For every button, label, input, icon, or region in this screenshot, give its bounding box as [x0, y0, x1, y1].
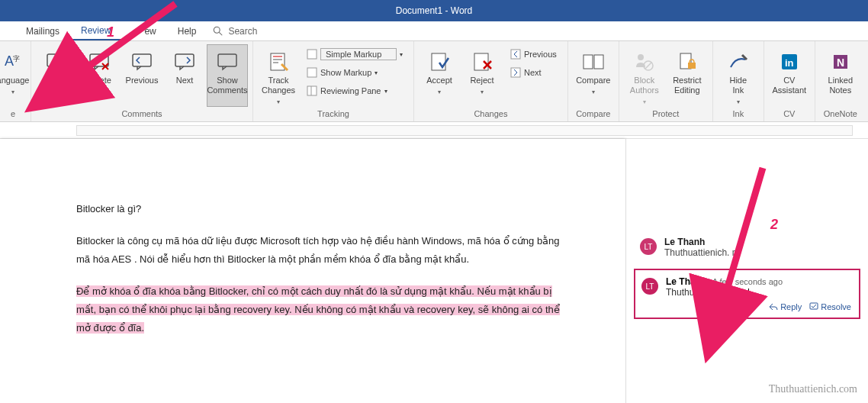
comment-card-2[interactable]: LT Le Thanh A few seconds ago Thuthuatti…	[634, 269, 860, 319]
comment-avatar: LT	[641, 278, 658, 295]
tab-mailings[interactable]: Mailings	[15, 21, 70, 40]
svg-rect-8	[133, 54, 151, 66]
document-page[interactable]: Bitlocker là gì? Bitlocker là công cụ mã…	[0, 139, 625, 403]
dropdown-icon	[307, 49, 317, 60]
group-label-comments: Comments	[36, 108, 248, 120]
comments-pane: LT Le Thanh Thuthuattienich. m LT Le Tha…	[625, 139, 868, 403]
document-area: Bitlocker là gì? Bitlocker là công cụ mã…	[0, 139, 868, 403]
svg-rect-17	[307, 86, 317, 95]
svg-rect-5	[90, 54, 108, 66]
comment-avatar: LT	[640, 238, 657, 255]
reply-button[interactable]: Reply	[769, 302, 802, 311]
changes-previous-button[interactable]: Previous	[506, 46, 561, 63]
group-label-protect: Protect	[624, 108, 708, 120]
accept-button[interactable]: Accept	[419, 44, 460, 107]
comment-author: Le Thanh	[664, 237, 705, 247]
svg-rect-31	[688, 63, 696, 69]
globe-icon: A字	[5, 53, 21, 70]
tab-help[interactable]: Help	[167, 21, 207, 40]
svg-rect-11	[271, 53, 285, 70]
delete-comment-button[interactable]: Delete	[79, 44, 120, 107]
group-comments: New Comment Delete Previous Next Show Co…	[31, 41, 253, 121]
linkedin-icon: in	[780, 53, 799, 71]
block-authors-button[interactable]: Block Authors	[624, 44, 665, 107]
group-cv: in CV Assistant CV	[764, 41, 815, 121]
prev-icon	[510, 49, 521, 60]
language-button[interactable]: A字 anguage	[0, 44, 26, 107]
search-box[interactable]: Search	[213, 21, 257, 40]
group-label-language: e	[0, 108, 26, 120]
ink-icon	[728, 52, 748, 72]
search-icon	[213, 26, 223, 37]
svg-rect-26	[594, 55, 603, 69]
new-comment-button[interactable]: New Comment	[36, 44, 77, 107]
group-language: A字 anguage e	[0, 41, 31, 121]
svg-rect-4	[47, 54, 66, 66]
ribbon-tabs: Mailings Review ew Help Search	[0, 21, 868, 41]
group-onenote: N Linked Notes OneNote	[815, 41, 866, 121]
search-placeholder: Search	[228, 26, 257, 37]
onenote-icon: N	[831, 53, 850, 71]
svg-text:字: 字	[13, 55, 20, 63]
next-comment-button[interactable]: Next	[164, 44, 205, 107]
svg-rect-20	[474, 53, 488, 70]
hide-ink-button[interactable]: Hide Ink	[718, 44, 759, 107]
markup-dropdown[interactable]: Simple Markup▾	[302, 46, 407, 63]
resolve-button[interactable]: Resolve	[809, 302, 851, 311]
show-comments-button[interactable]: Show Comments	[207, 44, 248, 107]
ribbon: A字 anguage e New Comment Delete Previous	[0, 41, 868, 122]
accept-icon	[429, 52, 450, 72]
svg-rect-16	[307, 68, 317, 77]
group-label-ink: Ink	[718, 108, 759, 120]
reject-button[interactable]: Reject	[461, 44, 503, 107]
tab-view-partial[interactable]: ew	[121, 21, 166, 40]
paragraph-1[interactable]: Bitlocker là gì?	[76, 200, 572, 218]
cv-assistant-button[interactable]: in CV Assistant	[769, 44, 810, 107]
paragraph-3[interactable]: Để mở khóa ổ đĩa khóa bằng Bitlocker, ch…	[76, 282, 572, 337]
comment-icon	[46, 53, 67, 71]
ruler[interactable]	[0, 122, 868, 139]
linked-notes-button[interactable]: N Linked Notes	[820, 44, 861, 107]
block-authors-icon	[635, 52, 654, 72]
group-protect: Block Authors Restrict Editing Protect	[619, 41, 713, 121]
reply-icon	[769, 302, 778, 311]
group-label-onenote: OneNote	[820, 108, 861, 120]
reviewing-pane-button[interactable]: Reviewing Pane▾	[302, 82, 407, 99]
highlighted-text[interactable]: Để mở khóa ổ đĩa khóa bằng Bitlocker, ch…	[76, 285, 560, 334]
group-label-changes: Changes	[419, 108, 563, 120]
svg-line-1	[220, 32, 223, 35]
svg-text:N: N	[837, 56, 844, 69]
comment-author: Le Thanh	[666, 276, 706, 287]
resolve-icon	[809, 302, 818, 311]
changes-next-button[interactable]: Next	[506, 64, 561, 81]
lock-icon	[677, 52, 697, 72]
group-compare: Compare Compare	[568, 41, 619, 121]
previous-comment-button[interactable]: Previous	[121, 44, 162, 107]
show-markup-button[interactable]: Show Markup▾	[302, 64, 407, 81]
compare-icon	[582, 52, 605, 72]
group-label-cv: CV	[769, 108, 810, 120]
tab-review[interactable]: Review	[70, 21, 121, 40]
group-tracking: Track Changes Simple Markup▾ Show Markup…	[253, 41, 414, 121]
svg-rect-15	[307, 50, 317, 59]
paragraph-2[interactable]: Bitlocker là công cụ mã hóa dữ liệu được…	[76, 232, 572, 269]
track-changes-button[interactable]: Track Changes	[258, 44, 299, 107]
comment-input[interactable]: Thuthuattienich.com	[666, 287, 851, 298]
pane-icon	[307, 85, 317, 96]
next-icon	[510, 67, 521, 78]
comment-delete-icon	[88, 53, 110, 71]
restrict-editing-button[interactable]: Restrict Editing	[667, 44, 708, 107]
comment-body: Thuthuattienich. m	[664, 247, 853, 258]
compare-button[interactable]: Compare	[573, 44, 614, 107]
comment-prev-icon	[131, 53, 153, 71]
comment-timestamp: A few seconds ago	[712, 277, 783, 286]
svg-rect-25	[583, 55, 593, 69]
reject-icon	[471, 52, 493, 72]
comment-show-icon	[217, 53, 238, 71]
group-label-compare: Compare	[573, 108, 614, 120]
svg-rect-36	[810, 303, 818, 309]
comment-card-1[interactable]: LT Le Thanh Thuthuattienich. m	[634, 231, 860, 264]
group-label-tracking: Tracking	[258, 108, 409, 120]
svg-rect-24	[511, 68, 520, 77]
markup-icon	[307, 67, 317, 78]
